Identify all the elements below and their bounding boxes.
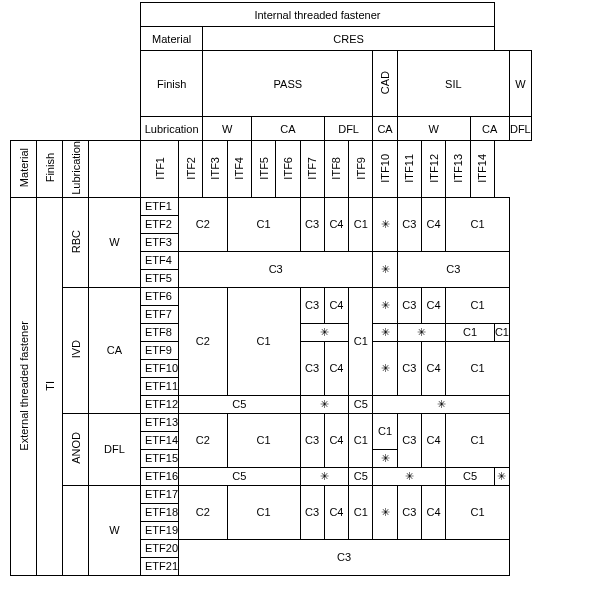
side-lub-w2: W: [89, 485, 141, 575]
cell: C3: [300, 485, 324, 539]
cell: C2: [179, 287, 228, 395]
top-lub-3: CA: [373, 117, 397, 141]
cell: C4: [421, 287, 445, 323]
etf-label: ETF21: [141, 557, 179, 575]
side-lub-w: W: [89, 197, 141, 287]
top-lub-0: W: [203, 117, 252, 141]
etf-label: ETF18: [141, 503, 179, 521]
etf-label: ETF4: [141, 251, 179, 269]
cell: C3: [397, 197, 421, 251]
etf-label: ETF5: [141, 269, 179, 287]
cell: C1: [349, 485, 373, 539]
itf-header: ITF9: [355, 157, 367, 180]
etf-label: ETF8: [141, 323, 179, 341]
cell: C3: [397, 287, 421, 323]
cell: C1: [446, 413, 510, 467]
cell: C3: [397, 341, 421, 395]
top-finish-label: Finish: [141, 51, 203, 117]
etf-label: ETF11: [141, 377, 179, 395]
top-lub-1: CA: [251, 117, 324, 141]
itf-header: ITF14: [476, 154, 488, 183]
itf-header: ITF3: [209, 157, 221, 180]
side-finish-ivd: IVD: [70, 340, 82, 358]
top-lub-6: DFL: [509, 117, 531, 141]
cell: ✳︎: [373, 467, 446, 485]
cell: C3: [179, 539, 510, 575]
etf-label: ETF12: [141, 395, 179, 413]
etf-label: ETF17: [141, 485, 179, 503]
cell: C1: [446, 197, 510, 251]
etf-label: ETF15: [141, 449, 179, 467]
etf-label: ETF6: [141, 287, 179, 305]
cell: ✳︎: [373, 323, 397, 341]
cell: C5: [446, 467, 495, 485]
top-material-label: Material: [141, 27, 203, 51]
cell: ✳︎: [373, 341, 397, 395]
side-finish-anod: ANOD: [70, 432, 82, 464]
etf-label: ETF19: [141, 521, 179, 539]
cell: ✳︎: [397, 323, 446, 341]
cell: C1: [227, 413, 300, 467]
compatibility-matrix: Internal threaded fastener Material CRES…: [10, 2, 532, 576]
cell: C4: [324, 485, 348, 539]
side-finish-label: Finish: [44, 153, 56, 182]
itf-header: ITF13: [452, 154, 464, 183]
itf-header: ITF7: [306, 157, 318, 180]
itf-header: ITF6: [282, 157, 294, 180]
etf-label: ETF7: [141, 305, 179, 323]
etf-label: ETF10: [141, 359, 179, 377]
cell: C4: [421, 197, 445, 251]
cell: C2: [179, 413, 228, 467]
cell: ✳︎: [373, 251, 397, 287]
etf-label: ETF16: [141, 467, 179, 485]
itf-header: ITF4: [233, 157, 245, 180]
itf-header: ITF5: [258, 157, 270, 180]
top-finish-w: W: [509, 51, 531, 117]
cell: ✳︎: [373, 395, 510, 413]
cell: C1: [446, 485, 510, 539]
side-lub-label: Lubrication: [70, 141, 82, 195]
cell: C1: [227, 287, 300, 395]
cell: C4: [421, 341, 445, 395]
side-lub-ca: CA: [89, 287, 141, 413]
top-finish-sil: SIL: [397, 51, 509, 117]
cell: ✳︎: [300, 323, 349, 341]
cell: C1: [349, 413, 373, 467]
cell: C1: [373, 413, 397, 449]
cell: C4: [324, 197, 348, 251]
cell: ✳︎: [373, 449, 397, 467]
top-material-value: CRES: [203, 27, 495, 51]
cell: C1: [227, 197, 300, 251]
cell: C1: [227, 485, 300, 539]
itf-header: ITF2: [185, 157, 197, 180]
side-material-value: TI: [44, 381, 56, 391]
cell: C1: [349, 197, 373, 251]
cell: C3: [397, 413, 421, 467]
cell: ✳︎: [300, 467, 349, 485]
cell: C4: [421, 485, 445, 539]
cell: C3: [179, 251, 373, 287]
top-finish-pass: PASS: [203, 51, 373, 117]
cell: C5: [349, 395, 373, 413]
etf-label: ETF20: [141, 539, 179, 557]
cell: C1: [446, 341, 510, 395]
etf-label: ETF1: [141, 197, 179, 215]
side-material-label: Material: [18, 148, 30, 187]
cell: C3: [300, 413, 324, 467]
cell: C3: [397, 485, 421, 539]
top-finish-cad: CAD: [379, 71, 391, 94]
itf-header: ITF12: [428, 154, 440, 183]
cell: C1: [446, 323, 495, 341]
itf-header: ITF8: [330, 157, 342, 180]
cell: ✳︎: [373, 197, 397, 251]
top-lub-label: Lubrication: [141, 117, 203, 141]
cell: C4: [421, 413, 445, 467]
cell: C1: [446, 287, 510, 323]
cell: ✳︎: [373, 485, 397, 539]
cell: C5: [179, 395, 300, 413]
etf-label: ETF13: [141, 413, 179, 431]
cell: C2: [179, 197, 228, 251]
itf-header: ITF1: [154, 157, 166, 180]
cell: C4: [324, 413, 348, 467]
etf-label: ETF2: [141, 215, 179, 233]
